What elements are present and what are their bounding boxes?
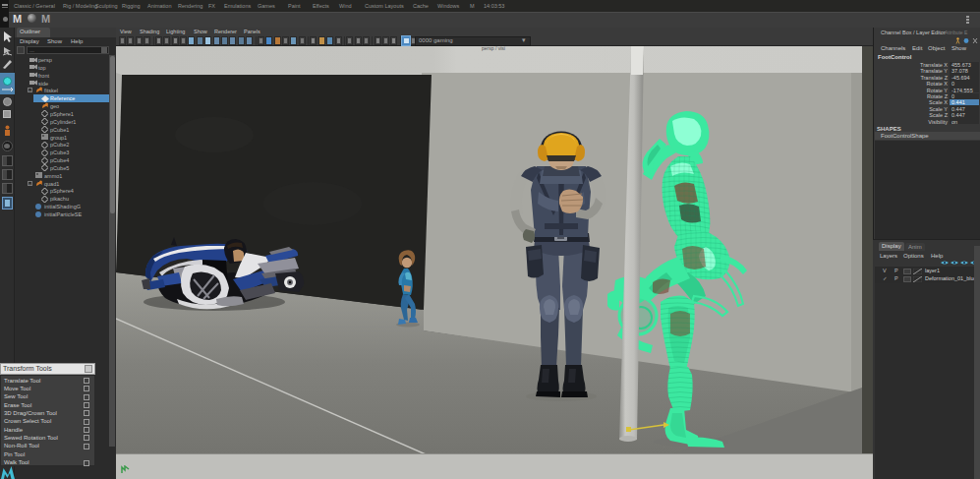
svg-text:persp / visi: persp / visi bbox=[482, 46, 505, 51]
